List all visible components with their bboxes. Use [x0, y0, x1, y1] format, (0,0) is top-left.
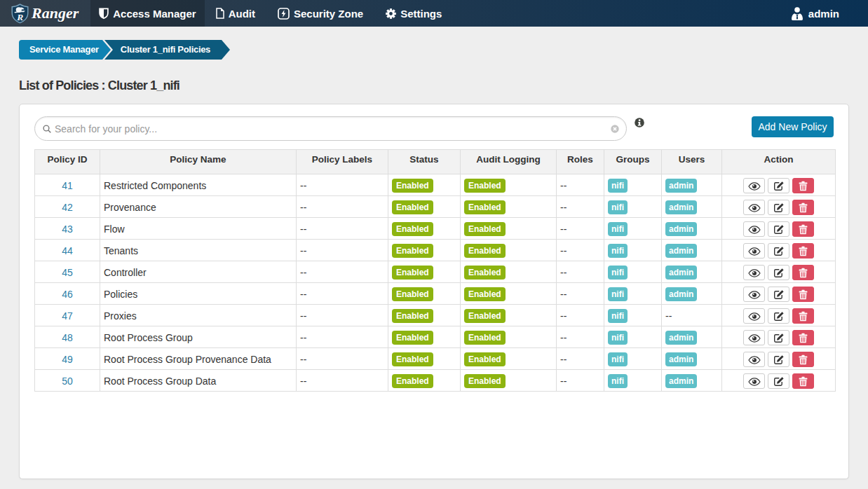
svg-text:R: R — [16, 12, 23, 22]
